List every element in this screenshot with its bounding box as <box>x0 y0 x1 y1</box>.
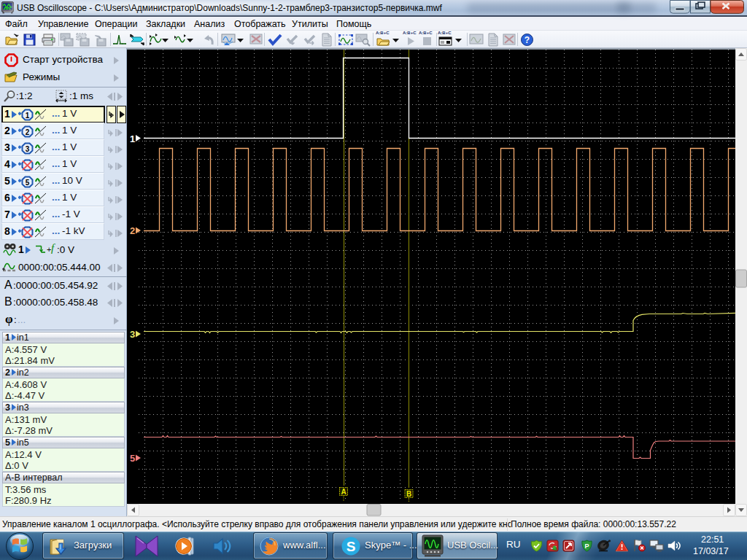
svg-text:B: B <box>406 490 411 498</box>
svg-text:P: P <box>584 542 589 550</box>
svg-text:?: ? <box>525 35 530 45</box>
svg-text:5: 5 <box>130 453 135 464</box>
svg-text:3: 3 <box>26 145 30 153</box>
svg-text:2: 2 <box>26 128 30 136</box>
svg-text:2: 2 <box>130 225 135 236</box>
svg-text:1: 1 <box>130 133 135 144</box>
svg-text:A: A <box>341 488 347 496</box>
svg-text:3: 3 <box>130 329 135 340</box>
svg-text:5: 5 <box>26 179 30 187</box>
svg-text:1: 1 <box>26 112 30 120</box>
svg-text:S: S <box>347 539 356 554</box>
